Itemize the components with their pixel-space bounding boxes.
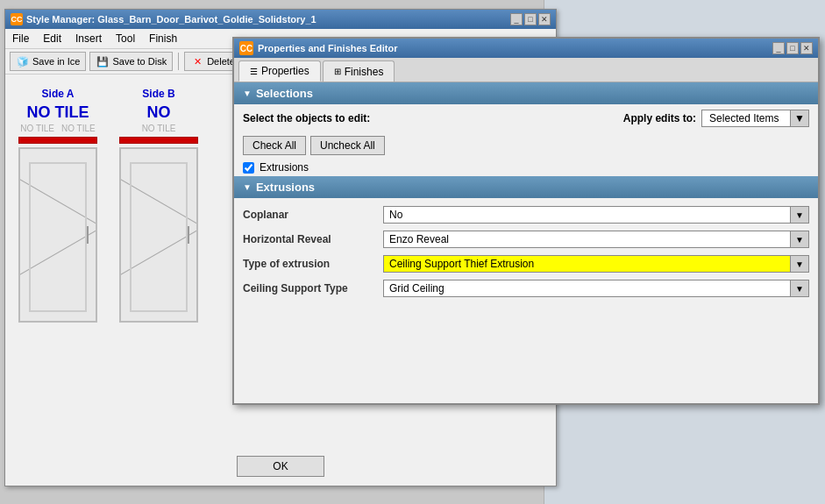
prop-row-ceiling-support: Ceiling Support Type Grid Ceiling ▼ bbox=[234, 276, 818, 301]
pfe-title: Properties and Finishes Editor bbox=[258, 43, 398, 53]
side-a-panel: Side A NO TILE NO TILE NO TILE bbox=[14, 88, 102, 323]
style-manager-title: Style Manager: Glass_Barn_Door_Barivot_G… bbox=[26, 14, 316, 25]
delete-label: Delete bbox=[207, 56, 235, 67]
ceiling-support-value-container: Grid Ceiling ▼ bbox=[383, 280, 809, 297]
pfe-close-button[interactable]: ✕ bbox=[800, 42, 813, 54]
type-extrusion-value: Ceiling Support Thief Extrusion bbox=[384, 256, 790, 272]
app-icon: CC bbox=[11, 13, 23, 25]
side-a-sub: NO TILE NO TILE bbox=[20, 124, 95, 133]
horizontal-reveal-value-container: Enzo Reveal ▼ bbox=[383, 231, 809, 248]
properties-grid: Coplanar No ▼ Horizontal Reveal Enzo Rev… bbox=[234, 198, 818, 305]
bottom-bar: OK bbox=[5, 456, 556, 477]
toolbar-separator bbox=[178, 53, 179, 70]
check-all-button[interactable]: Check All bbox=[243, 136, 306, 155]
door-frame-b bbox=[130, 162, 188, 312]
save-disk-button[interactable]: 💾 Save to Disk bbox=[89, 52, 173, 71]
pfe-title-controls: _ □ ✕ bbox=[772, 42, 813, 54]
finishes-tab-icon: ⊞ bbox=[334, 67, 341, 76]
prop-row-coplanar: Coplanar No ▼ bbox=[234, 202, 818, 227]
door-frame-a bbox=[29, 162, 87, 312]
selections-row: Select the objects to edit: Apply edits … bbox=[234, 104, 818, 132]
apply-edits-area: Apply edits to: Selected Items ▼ bbox=[623, 110, 809, 127]
selections-collapse-icon[interactable]: ▼ bbox=[243, 89, 252, 98]
side-b-red-bar bbox=[119, 137, 198, 144]
maximize-button[interactable]: □ bbox=[524, 13, 537, 25]
type-extrusion-arrow[interactable]: ▼ bbox=[790, 256, 808, 272]
close-button[interactable]: ✕ bbox=[538, 13, 551, 25]
uncheck-all-button[interactable]: Uncheck All bbox=[310, 136, 385, 155]
properties-tab-icon: ☰ bbox=[250, 67, 258, 76]
side-b-door-preview bbox=[119, 147, 198, 323]
side-b-notile: NO bbox=[147, 103, 171, 122]
extrusions-checkbox-label: Extrusions bbox=[260, 161, 309, 174]
side-a-red-bar bbox=[18, 137, 97, 144]
apply-edits-label: Apply edits to: bbox=[623, 112, 696, 124]
tab-finishes[interactable]: ⊞ Finishes bbox=[323, 60, 395, 82]
save-ice-button[interactable]: 🧊 Save in Ice bbox=[10, 52, 86, 71]
prop-row-horizontal-reveal: Horizontal Reveal Enzo Reveal ▼ bbox=[234, 227, 818, 252]
finishes-tab-label: Finishes bbox=[345, 66, 384, 78]
ceiling-support-arrow[interactable]: ▼ bbox=[790, 280, 808, 296]
side-a-label: Side A bbox=[42, 88, 75, 100]
selections-header: ▼ Selections bbox=[234, 82, 818, 104]
horizontal-reveal-value: Enzo Reveal bbox=[384, 231, 790, 247]
side-b-panel: Side B NO NO TILE bbox=[115, 88, 203, 323]
tab-bar: ☰ Properties ⊞ Finishes bbox=[234, 58, 818, 82]
select-objects-label: Select the objects to edit: bbox=[243, 112, 370, 124]
delete-icon: ✕ bbox=[190, 54, 204, 68]
coplanar-arrow[interactable]: ▼ bbox=[790, 207, 808, 223]
pfe-app-icon: CC bbox=[239, 41, 253, 55]
pfe-window: CC Properties and Finishes Editor _ □ ✕ … bbox=[232, 37, 820, 405]
extrusions-checkbox[interactable] bbox=[243, 162, 254, 174]
save-disk-label: Save to Disk bbox=[112, 56, 167, 67]
side-b-sub: NO TILE bbox=[142, 124, 176, 133]
pfe-title-left: CC Properties and Finishes Editor bbox=[239, 41, 398, 55]
save-ice-label: Save in Ice bbox=[32, 56, 80, 67]
coplanar-label: Coplanar bbox=[243, 209, 383, 221]
tab-properties[interactable]: ☰ Properties bbox=[238, 60, 321, 82]
apply-edits-value: Selected Items bbox=[702, 110, 790, 126]
coplanar-value: No bbox=[384, 207, 790, 223]
side-a-notile: NO TILE bbox=[27, 103, 89, 122]
pfe-title-bar: CC Properties and Finishes Editor _ □ ✕ bbox=[234, 39, 818, 58]
type-extrusion-value-container: Ceiling Support Thief Extrusion ▼ bbox=[383, 255, 809, 273]
title-bar-left: CC Style Manager: Glass_Barn_Door_Barivo… bbox=[11, 13, 316, 25]
ceiling-support-label: Ceiling Support Type bbox=[243, 282, 383, 295]
save-ice-icon: 🧊 bbox=[16, 54, 30, 68]
apply-edits-dropdown[interactable]: Selected Items ▼ bbox=[701, 110, 809, 127]
pfe-maximize-button[interactable]: □ bbox=[786, 42, 799, 54]
properties-tab-label: Properties bbox=[261, 65, 309, 77]
extrusions-header-label: Extrusions bbox=[256, 181, 315, 194]
menu-insert[interactable]: Insert bbox=[72, 31, 105, 46]
type-extrusion-label: Type of extrusion bbox=[243, 258, 383, 270]
style-manager-title-bar: CC Style Manager: Glass_Barn_Door_Barivo… bbox=[5, 10, 556, 29]
menu-finish[interactable]: Finish bbox=[146, 31, 181, 46]
menu-edit[interactable]: Edit bbox=[39, 31, 65, 46]
side-a-door-preview bbox=[18, 147, 97, 323]
selections-header-label: Selections bbox=[256, 87, 313, 100]
ok-button[interactable]: OK bbox=[237, 456, 324, 477]
side-b-label: Side B bbox=[142, 88, 174, 100]
horizontal-reveal-label: Horizontal Reveal bbox=[243, 233, 383, 245]
save-disk-icon: 💾 bbox=[96, 54, 110, 68]
type-extrusion-dropdown[interactable]: Ceiling Support Thief Extrusion ▼ bbox=[383, 255, 809, 273]
horizontal-reveal-arrow[interactable]: ▼ bbox=[790, 231, 808, 247]
ceiling-support-dropdown[interactable]: Grid Ceiling ▼ bbox=[383, 280, 809, 297]
horizontal-reveal-dropdown[interactable]: Enzo Reveal ▼ bbox=[383, 231, 809, 248]
ceiling-support-value: Grid Ceiling bbox=[384, 280, 790, 296]
check-buttons-row: Check All Uncheck All bbox=[234, 132, 818, 159]
extrusions-checkbox-row: Extrusions bbox=[234, 159, 818, 176]
coplanar-dropdown[interactable]: No ▼ bbox=[383, 206, 809, 224]
pfe-minimize-button[interactable]: _ bbox=[772, 42, 785, 54]
prop-row-type-extrusion: Type of extrusion Ceiling Support Thief … bbox=[234, 252, 818, 276]
menu-file[interactable]: File bbox=[9, 31, 32, 46]
extrusions-collapse-icon[interactable]: ▼ bbox=[243, 182, 252, 192]
extrusions-section-header: ▼ Extrusions bbox=[234, 176, 818, 198]
menu-tool[interactable]: Tool bbox=[112, 31, 139, 46]
minimize-button[interactable]: _ bbox=[510, 13, 523, 25]
title-bar-controls: _ □ ✕ bbox=[510, 13, 551, 25]
coplanar-value-container: No ▼ bbox=[383, 206, 809, 224]
apply-edits-arrow[interactable]: ▼ bbox=[790, 110, 808, 126]
